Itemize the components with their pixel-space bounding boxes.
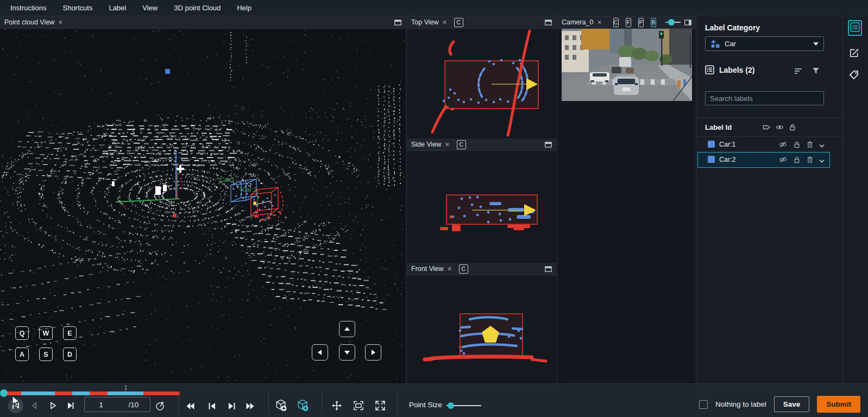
- timeline-segment[interactable]: [108, 391, 143, 395]
- label-row-car2[interactable]: Car:2: [697, 152, 830, 168]
- camera-image[interactable]: [562, 29, 692, 101]
- point-cloud-close-icon[interactable]: ×: [58, 19, 62, 26]
- camera-mode-b-button[interactable]: B: [651, 18, 656, 27]
- menu-shortcuts[interactable]: Shortcuts: [54, 4, 100, 12]
- nothing-to-label-checkbox[interactable]: [699, 400, 708, 409]
- top-view-window-icon[interactable]: [545, 20, 552, 26]
- add-cuboid-button[interactable]: [273, 397, 288, 413]
- front-view-close-icon[interactable]: ×: [448, 266, 452, 272]
- lock-column-icon[interactable]: [789, 123, 796, 132]
- label-row-car1[interactable]: Car:1: [697, 137, 830, 151]
- point-cloud-panel-header: Point cloud View ×: [0, 16, 406, 29]
- key-d-button[interactable]: D: [63, 348, 77, 361]
- camera-panel-title: Camera_0: [562, 18, 593, 26]
- move-tool-button[interactable]: [329, 398, 344, 413]
- front-view-window-icon[interactable]: [545, 266, 552, 272]
- label-category-value: Car: [725, 40, 809, 48]
- top-view-viewport[interactable]: [407, 29, 556, 138]
- point-cloud-viewport[interactable]: ^Car:1 ^Car:2 Q W E A S D: [0, 29, 405, 384]
- car1-delete-icon[interactable]: [806, 141, 814, 150]
- pan-up-button[interactable]: [339, 321, 355, 337]
- car1-expand-chevron-icon[interactable]: [819, 142, 825, 150]
- current-frame[interactable]: 1: [85, 401, 117, 409]
- side-view-camera-toggle[interactable]: C: [457, 140, 466, 149]
- camera-panel: Camera_0 × C F P B: [557, 16, 696, 383]
- camera-window-icon[interactable]: [684, 20, 691, 26]
- fit-to-view-button[interactable]: [351, 398, 366, 413]
- key-a-button[interactable]: A: [15, 348, 29, 361]
- pan-left-button[interactable]: [312, 344, 328, 361]
- camera-mode-p-button[interactable]: P: [638, 18, 644, 27]
- tag-column-icon[interactable]: [763, 124, 771, 132]
- camera-panel-header: Camera_0 × C F P B: [557, 16, 696, 29]
- car1-lock-icon[interactable]: [793, 141, 801, 150]
- tag-icon: [849, 70, 859, 80]
- menu-3d-point-cloud[interactable]: 3D point Cloud: [166, 4, 229, 12]
- timeline-segment[interactable]: [55, 391, 72, 395]
- rewind-button[interactable]: [183, 399, 198, 414]
- timeline-segment[interactable]: [90, 391, 108, 395]
- top-view-panel: Top View × C: [406, 16, 556, 138]
- skip-to-start-button[interactable]: [8, 398, 23, 413]
- timeline-segment[interactable]: [21, 391, 55, 395]
- playback-speed-button[interactable]: [152, 398, 167, 413]
- save-button[interactable]: Save: [774, 396, 810, 412]
- front-view-viewport[interactable]: [407, 275, 556, 383]
- labels-panel-tab[interactable]: [848, 20, 862, 36]
- total-frames: /10: [117, 401, 150, 409]
- next-frame-button[interactable]: [63, 398, 78, 413]
- frame-timeline[interactable]: [1, 391, 179, 395]
- side-view-viewport[interactable]: [407, 151, 556, 263]
- top-view-close-icon[interactable]: ×: [443, 19, 447, 26]
- timeline-handle[interactable]: [0, 389, 8, 397]
- label-category-dropdown[interactable]: Car: [705, 36, 824, 51]
- timeline-segment[interactable]: [143, 391, 180, 395]
- pan-right-button[interactable]: [365, 344, 381, 361]
- timeline-segment[interactable]: [7, 391, 21, 395]
- tags-panel-tab[interactable]: [849, 70, 859, 81]
- last-frame-button[interactable]: [224, 399, 239, 414]
- frame-counter[interactable]: 1 /10: [84, 397, 150, 412]
- fullscreen-button[interactable]: [373, 398, 388, 413]
- front-view-camera-toggle[interactable]: C: [459, 264, 468, 274]
- search-labels-input[interactable]: [705, 91, 824, 105]
- previous-frame-button[interactable]: [27, 398, 42, 413]
- camera-opacity-slider[interactable]: [665, 18, 681, 26]
- top-view-title: Top View: [411, 18, 439, 26]
- fast-forward-button[interactable]: [242, 399, 257, 414]
- side-view-close-icon[interactable]: ×: [445, 141, 449, 148]
- car1-label-id: Car:1: [719, 141, 736, 148]
- key-q-button[interactable]: Q: [15, 326, 29, 340]
- filter-icon[interactable]: [812, 67, 820, 76]
- point-cloud-window-icon[interactable]: [394, 20, 401, 26]
- camera-mode-f-button[interactable]: F: [626, 18, 631, 27]
- top-view-camera-toggle[interactable]: C: [454, 18, 463, 27]
- point-size-handle[interactable]: [448, 402, 454, 409]
- car2-expand-chevron-icon[interactable]: [819, 157, 825, 165]
- key-s-button[interactable]: S: [39, 348, 53, 361]
- camera-close-icon[interactable]: ×: [597, 19, 601, 26]
- sort-icon[interactable]: [794, 67, 803, 77]
- menu-instructions[interactable]: Instructions: [2, 4, 54, 12]
- camera-mode-c-button[interactable]: C: [613, 18, 619, 27]
- pan-down-button[interactable]: [339, 344, 355, 361]
- eye-column-icon[interactable]: [776, 124, 784, 132]
- play-button[interactable]: [45, 398, 60, 413]
- car2-delete-icon[interactable]: [806, 156, 814, 165]
- timeline-segment[interactable]: [72, 391, 90, 395]
- first-frame-button[interactable]: [205, 399, 220, 414]
- menu-view[interactable]: View: [134, 4, 166, 12]
- side-view-window-icon[interactable]: [545, 142, 552, 148]
- car2-lock-icon[interactable]: [793, 156, 801, 165]
- auto-fit-cuboid-button[interactable]: [295, 397, 310, 413]
- key-w-button[interactable]: W: [39, 326, 53, 340]
- edit-panel-tab[interactable]: [849, 48, 859, 60]
- point-size-slider[interactable]: [446, 402, 481, 409]
- car2-hide-icon[interactable]: [779, 156, 787, 165]
- menu-help[interactable]: Help: [229, 4, 260, 12]
- car1-hide-icon[interactable]: [779, 141, 787, 150]
- menu-label[interactable]: Label: [100, 4, 134, 12]
- key-e-button[interactable]: E: [63, 326, 77, 340]
- camera-slider-handle[interactable]: [668, 19, 675, 26]
- submit-button[interactable]: Submit: [817, 396, 860, 413]
